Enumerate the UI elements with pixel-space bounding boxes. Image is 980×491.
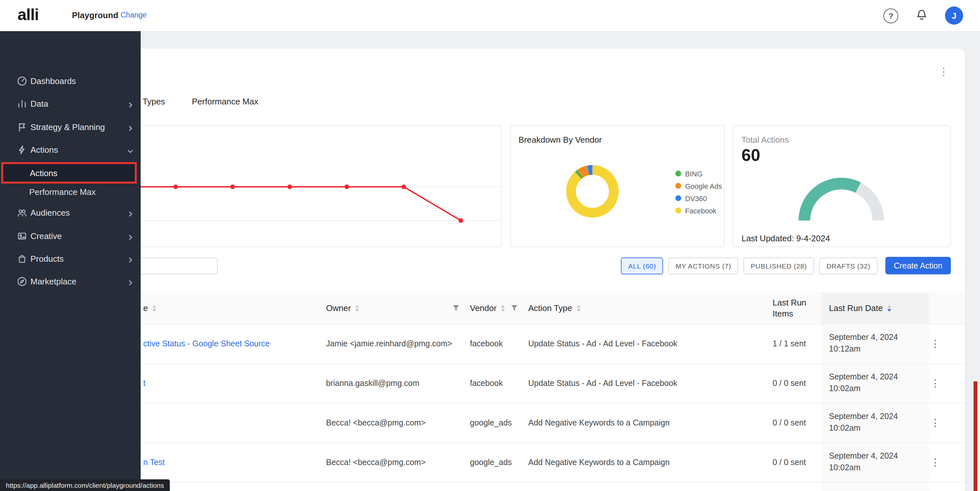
sidebar-subitem-label: Performance Max [29,187,95,197]
vendor-legend: BING Google Ads DV360 Facebook [675,167,722,217]
column-header-vendor[interactable]: Vendor [470,303,505,313]
browser-status-url: https://app.alliplatform.com/client/play… [0,479,170,491]
action-name-link[interactable]: t [143,379,145,388]
total-actions-card: Total Actions 60 Last Updated: 9-4-2024 [732,125,951,247]
app-window: ⋮ Types Performance Max Breakdown By Ven… [0,0,980,491]
total-actions-gauge [733,126,950,247]
filter-chip-group: ALL (60) MY ACTIONS (7) PUBLISHED (28) D… [621,257,951,274]
action-type-cell: Update Status - Ad - Ad Level - Facebook [528,379,677,388]
vendor-cell: google_ads [470,458,512,467]
help-icon[interactable]: ? [883,8,898,23]
sidebar-item-label: Products [30,254,64,264]
filter-funnel-icon[interactable] [511,304,518,312]
sidebar-item-label: Data [30,99,48,108]
last-updated-text: Last Updated: 9-4-2024 [741,233,830,243]
legend-dot [675,195,681,201]
chevron-right-icon [126,209,134,220]
top-bar: alli Playground Change ? J [0,0,980,32]
sidebar-item-data[interactable]: Data [0,93,141,115]
sidebar-item-audiences[interactable]: Audiences [0,202,141,224]
chevron-right-icon [126,232,134,244]
scrollbar-thumb[interactable] [974,381,977,491]
column-header-last-run-date[interactable]: Last Run Date [829,303,891,313]
column-header-action-type[interactable]: Action Type [528,303,581,313]
sidebar-item-dashboards[interactable]: Dashboards [0,70,141,92]
column-header-name[interactable]: e [143,303,156,313]
legend-label: DV360 [685,194,707,202]
actions-page-card: ⋮ Types Performance Max Breakdown By Ven… [53,49,965,491]
last-run-date-cell: September 4, 2024 10:12am [829,332,898,355]
last-run-items-cell: 0 / 0 sent [773,458,806,467]
marketplace-compass-icon [17,276,27,289]
table-row: t brianna.gaskill@pmg.com facebook Updat… [53,364,965,403]
data-icon [17,99,27,112]
chevron-right-icon [126,123,134,135]
legend-item: Facebook [675,204,722,217]
action-type-cell: Update Status - Ad - Ad Level - Facebook [528,339,677,348]
table-header-row: e Owner Vendor Action Type [53,293,965,324]
nav-sidebar: Dashboards Data Strategy & Planning [0,31,141,491]
row-menu-kebab-icon[interactable]: ⋮ [929,377,941,390]
breakdown-by-vendor-card: Breakdown By Vendor BING Google Ads DV36… [510,125,725,247]
sidebar-subitem-label: Actions [30,168,57,178]
chevron-down-icon [126,146,134,158]
workspace-label: Playground [72,10,118,20]
owner-cell: Jamie <jamie.reinhard@pmg.com> [326,339,452,348]
filter-funnel-icon[interactable] [452,304,460,312]
legend-dot [675,171,681,177]
sidebar-item-actions[interactable]: Actions [0,139,141,161]
sidebar-item-marketplace[interactable]: Marketplace [0,271,141,293]
sidebar-item-label: Dashboards [30,76,76,86]
audiences-people-icon [17,207,27,220]
sidebar-item-label: Creative [30,231,62,241]
sidebar-subitem-actions-selected[interactable]: Actions [1,162,137,183]
sidebar-item-label: Marketplace [30,277,76,286]
sort-icon[interactable] [501,305,505,311]
products-bag-icon [17,253,27,266]
table-row: ctive Status - Google Sheet Source Jamie… [53,324,965,364]
notifications-bell-icon[interactable] [915,8,928,24]
table-row: Becca! <becca@pmg.com> google_ads Add Ne… [53,403,965,443]
actions-table: e Owner Vendor Action Type [53,293,965,491]
sidebar-subitem-performance-max[interactable]: Performance Max [0,181,141,203]
last-run-date-cell: September 4, 2024 10:02am [829,450,898,473]
legend-dot [675,207,681,214]
creative-image-icon [17,231,27,244]
row-menu-kebab-icon[interactable]: ⋮ [929,456,941,469]
action-name-link[interactable]: ctive Status - Google Sheet Source [143,339,270,348]
owner-cell: brianna.gaskill@pmg.com [326,379,419,388]
user-avatar[interactable]: J [945,6,963,25]
legend-item: DV360 [675,192,722,204]
legend-item: BING [675,167,722,180]
sort-icon[interactable] [152,305,156,311]
dashboards-icon [17,76,27,89]
filter-all-button[interactable]: ALL (60) [621,257,663,274]
column-header-last-run-items: Last Run Items [773,297,806,319]
create-action-button[interactable]: Create Action [885,257,951,274]
tab-action-types[interactable]: Types [143,97,165,106]
owner-cell: Becca! <becca@pmg.com> [326,458,426,467]
sidebar-item-strategy-planning[interactable]: Strategy & Planning [0,116,141,138]
chevron-right-icon [126,255,134,266]
legend-item: Google Ads [675,180,722,192]
tab-performance-max[interactable]: Performance Max [192,97,258,106]
filter-my-actions-button[interactable]: MY ACTIONS (7) [668,257,738,274]
sort-icon-active[interactable] [887,305,891,311]
sidebar-item-creative[interactable]: Creative [0,225,141,247]
row-menu-kebab-icon[interactable]: ⋮ [929,337,941,350]
filter-drafts-button[interactable]: DRAFTS (32) [819,257,878,274]
alli-logo[interactable]: alli [18,5,39,24]
chevron-right-icon [126,100,134,112]
column-header-owner[interactable]: Owner [326,303,360,313]
legend-label: Google Ads [685,182,722,190]
sort-icon[interactable] [355,305,360,311]
row-menu-kebab-icon[interactable]: ⋮ [929,416,941,429]
change-workspace-link[interactable]: Change [121,11,147,19]
sidebar-item-products[interactable]: Products [0,248,141,270]
action-name-link[interactable]: n Test [143,458,165,467]
sidebar-item-label: Audiences [30,208,70,218]
last-run-items-cell: 0 / 0 sent [773,379,806,388]
sort-icon[interactable] [576,305,581,311]
filter-published-button[interactable]: PUBLISHED (28) [743,257,814,274]
page-menu-kebab-icon[interactable]: ⋮ [937,65,950,78]
